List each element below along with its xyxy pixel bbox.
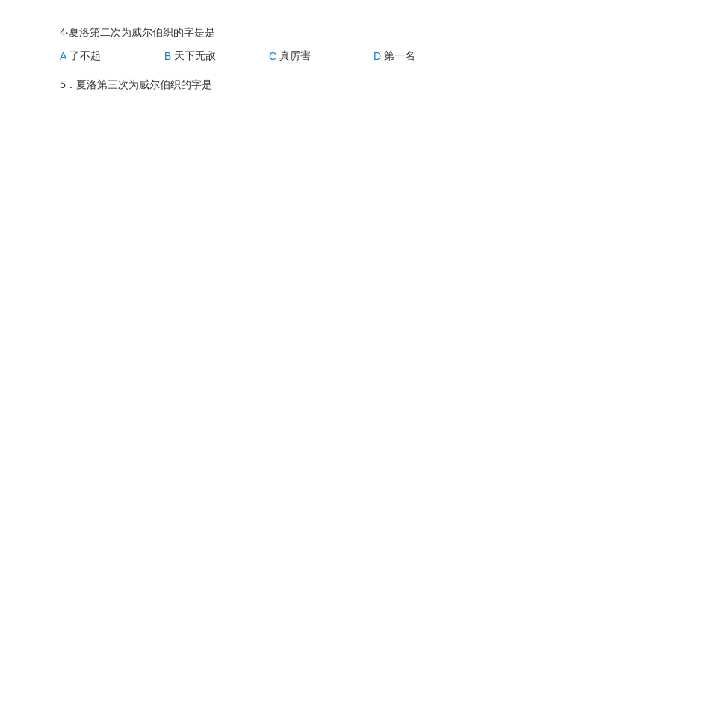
question-block-4: 4·夏洛第二次为威尔伯织的字是是A 了不起B 天下无敌C 真厉害D 第一名 [60,24,646,63]
option-text-B: 天下无敌 [174,49,216,63]
option-text-D: 第一名 [384,49,415,63]
question-number-4: 4·夏洛第二次为威尔伯织的字是是 [60,26,215,38]
option-item-C: C 真厉害 [269,49,374,63]
question-block-5: 5．夏洛第三次为威尔伯织的字是 [60,76,646,93]
option-text-A: 了不起 [69,49,101,63]
option-letter-C: C [269,50,276,62]
option-letter-B: B [164,50,171,62]
option-letter-D: D [374,50,381,62]
option-item-A: A 了不起 [60,49,164,63]
options-row-4: A 了不起B 天下无敌C 真厉害D 第一名 [60,49,646,63]
option-item-D: D 第一名 [374,49,478,63]
question-number-5: 5．夏洛第三次为威尔伯织的字是 [60,78,212,90]
question-text-5: 5．夏洛第三次为威尔伯织的字是 [60,76,646,93]
question-text-4: 4·夏洛第二次为威尔伯织的字是是 [60,24,646,40]
content-area: 4·夏洛第二次为威尔伯织的字是是A 了不起B 天下无敌C 真厉害D 第一名5．夏… [60,24,646,107]
option-item-B: B 天下无敌 [164,49,269,63]
option-text-C: 真厉害 [279,49,311,63]
option-letter-A: A [60,50,66,62]
